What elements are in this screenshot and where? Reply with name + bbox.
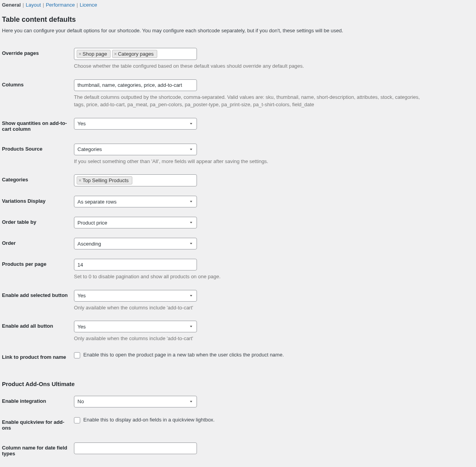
link-to-product-checkbox[interactable] xyxy=(74,352,80,358)
enable-add-all-select[interactable]: Yes xyxy=(74,321,197,332)
link-to-product-label: Link to product from name xyxy=(2,347,74,367)
enable-add-selected-select[interactable]: Yes xyxy=(74,290,197,302)
link-to-product-checkbox-label: Enable this to open the product page in … xyxy=(83,352,284,358)
page-intro: Here you can configure your default opti… xyxy=(2,28,430,33)
override-pages-input[interactable]: ×Shop page ×Category pages xyxy=(74,48,197,60)
products-source-select[interactable]: Categories xyxy=(74,144,197,155)
order-select[interactable]: Ascending xyxy=(74,238,197,249)
remove-icon[interactable]: × xyxy=(114,51,117,57)
enable-add-all-label: Enable add all button xyxy=(2,316,74,347)
override-pages-label: Override pages xyxy=(2,43,74,75)
categories-label: Categories xyxy=(2,170,74,191)
remove-icon[interactable]: × xyxy=(79,51,81,57)
variations-display-label: Variations Display xyxy=(2,191,74,212)
addons-heading: Product Add-Ons Ultimate xyxy=(2,381,430,387)
columns-description: The default columns outputted by the sho… xyxy=(74,93,426,109)
products-per-page-label: Products per page xyxy=(2,254,74,285)
enable-quickview-label: Enable quickview for add-ons xyxy=(2,412,74,438)
page-title: Table content defaults xyxy=(2,16,430,24)
tab-general[interactable]: General xyxy=(2,2,21,8)
columns-label: Columns xyxy=(2,75,74,113)
enable-quickview-checkbox[interactable] xyxy=(74,417,80,423)
products-source-label: Products Source xyxy=(2,139,74,170)
products-source-description: If you select something other than 'All'… xyxy=(74,158,426,165)
show-quantities-select[interactable]: Yes xyxy=(74,118,197,130)
products-per-page-input[interactable] xyxy=(74,259,197,270)
products-per-page-description: Set to 0 to disable pagination and show … xyxy=(74,273,426,281)
show-quantities-label: Show quantities on add-to-cart column xyxy=(2,113,74,139)
enable-integration-select[interactable]: No xyxy=(74,396,197,407)
tag-category-pages[interactable]: ×Category pages xyxy=(112,50,157,58)
tag-shop-page[interactable]: ×Shop page xyxy=(77,50,111,58)
order-by-label: Order table by xyxy=(2,212,74,233)
remove-icon[interactable]: × xyxy=(79,178,81,183)
enable-add-selected-description: Only available when the columns include … xyxy=(74,304,426,312)
enable-add-all-description: Only available when the columns include … xyxy=(74,335,426,342)
tab-licence[interactable]: Licence xyxy=(80,2,97,8)
order-label: Order xyxy=(2,233,74,254)
columns-input[interactable] xyxy=(74,79,197,91)
enable-integration-label: Enable integration xyxy=(2,391,74,412)
categories-input[interactable]: ×Top Selling Products xyxy=(74,174,197,186)
column-name-date-label: Column name for date field types xyxy=(2,438,74,463)
tab-performance[interactable]: Performance xyxy=(46,2,75,8)
settings-tabs: General | Layout | Performance | Licence xyxy=(2,2,430,8)
enable-add-selected-label: Enable add selected button xyxy=(2,285,74,316)
override-pages-description: Choose whether the table configured base… xyxy=(74,62,426,70)
enable-quickview-checkbox-label: Enable this to display add-on fields in … xyxy=(83,417,214,423)
column-name-date-input[interactable] xyxy=(74,442,197,454)
order-by-select[interactable]: Product price xyxy=(74,217,197,228)
tab-layout[interactable]: Layout xyxy=(26,2,41,8)
tag-top-selling[interactable]: ×Top Selling Products xyxy=(77,176,132,184)
variations-display-select[interactable]: As separate rows xyxy=(74,196,197,207)
